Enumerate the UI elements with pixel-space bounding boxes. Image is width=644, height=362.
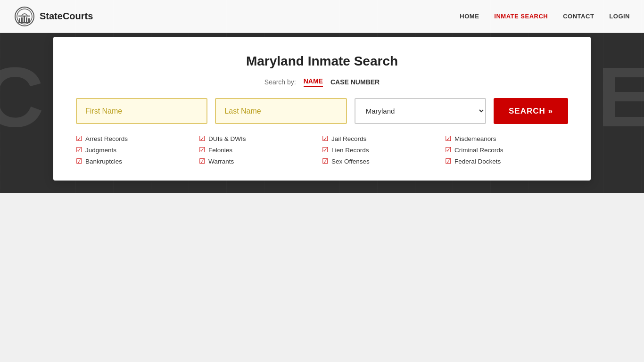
check-federal-dockets: ☑ Federal Dockets <box>445 157 568 165</box>
check-sex-offenses: ☑ Sex Offenses <box>322 157 445 165</box>
logo-text: StateCourts <box>40 11 93 22</box>
check-bankruptcies: ☑ Bankruptcies <box>76 157 199 165</box>
check-icon: ☑ <box>199 146 205 154</box>
check-label-bankruptcies: Bankruptcies <box>85 158 122 165</box>
check-lien-records: ☑ Lien Records <box>322 146 445 154</box>
site-logo[interactable]: StateCourts <box>14 6 93 27</box>
search-card: Maryland Inmate Search Search by: NAME C… <box>53 37 591 181</box>
search-by-row: Search by: NAME CASE NUMBER <box>76 77 568 87</box>
check-arrest-records: ☑ Arrest Records <box>76 134 199 143</box>
state-select[interactable]: Maryland <box>355 98 486 124</box>
check-judgments: ☑ Judgments <box>76 146 199 154</box>
check-label-criminal: Criminal Records <box>454 147 504 154</box>
check-label-judgments: Judgments <box>85 147 116 154</box>
svg-rect-2 <box>19 18 20 22</box>
check-label-misdemeanors: Misdemeanors <box>454 135 496 142</box>
svg-rect-6 <box>28 18 30 22</box>
check-felonies: ☑ Felonies <box>199 146 322 154</box>
search-inputs: Maryland SEARCH » <box>76 98 568 124</box>
first-name-input[interactable] <box>76 98 207 124</box>
check-label-felonies: Felonies <box>208 147 232 154</box>
check-label-warrants: Warrants <box>208 158 234 165</box>
nav-contact[interactable]: CONTACT <box>563 13 594 20</box>
svg-rect-8 <box>18 16 30 16</box>
check-icon: ☑ <box>445 134 451 143</box>
check-label-sex-offenses: Sex Offenses <box>331 158 370 165</box>
check-misdemeanors: ☑ Misdemeanors <box>445 134 568 143</box>
search-button[interactable]: SEARCH » <box>494 98 568 124</box>
check-duis-dwis: ☑ DUIs & DWIs <box>199 134 322 143</box>
check-icon: ☑ <box>76 146 82 154</box>
nav-links: HOME INMATE SEARCH CONTACT LOGIN <box>460 13 630 20</box>
check-icon: ☑ <box>199 157 205 165</box>
check-label-duis: DUIs & DWIs <box>208 135 246 142</box>
check-jail-records: ☑ Jail Records <box>322 134 445 143</box>
hero-section: StateCourts HOME INMATE SEARCH CONTACT L… <box>0 0 644 193</box>
check-icon: ☑ <box>199 134 205 143</box>
navbar: StateCourts HOME INMATE SEARCH CONTACT L… <box>0 0 644 33</box>
svg-rect-5 <box>26 17 27 22</box>
check-label-federal: Federal Dockets <box>454 158 501 165</box>
check-label-arrest: Arrest Records <box>85 135 128 142</box>
check-icon: ☑ <box>76 134 82 143</box>
svg-rect-7 <box>18 22 30 23</box>
svg-rect-3 <box>21 17 23 22</box>
check-icon: ☑ <box>445 146 451 154</box>
tab-case-number[interactable]: CASE NUMBER <box>330 78 380 86</box>
check-icon: ☑ <box>76 157 82 165</box>
check-icon: ☑ <box>445 157 451 165</box>
nav-inmate-search[interactable]: INMATE SEARCH <box>494 13 548 20</box>
check-warrants: ☑ Warrants <box>199 157 322 165</box>
check-label-lien: Lien Records <box>331 147 369 154</box>
nav-login[interactable]: LOGIN <box>609 13 630 20</box>
check-icon: ☑ <box>322 134 328 143</box>
card-title: Maryland Inmate Search <box>76 54 568 69</box>
logo-icon <box>14 6 35 27</box>
check-criminal-records: ☑ Criminal Records <box>445 146 568 154</box>
check-icon: ☑ <box>322 146 328 154</box>
tab-name[interactable]: NAME <box>304 77 323 87</box>
check-label-jail: Jail Records <box>331 135 366 142</box>
check-icon: ☑ <box>322 157 328 165</box>
search-by-label: Search by: <box>264 78 296 86</box>
checkboxes-grid: ☑ Arrest Records ☑ DUIs & DWIs ☑ Jail Re… <box>76 134 568 165</box>
nav-home[interactable]: HOME <box>460 13 479 20</box>
svg-rect-4 <box>24 16 25 22</box>
last-name-input[interactable] <box>215 98 347 124</box>
